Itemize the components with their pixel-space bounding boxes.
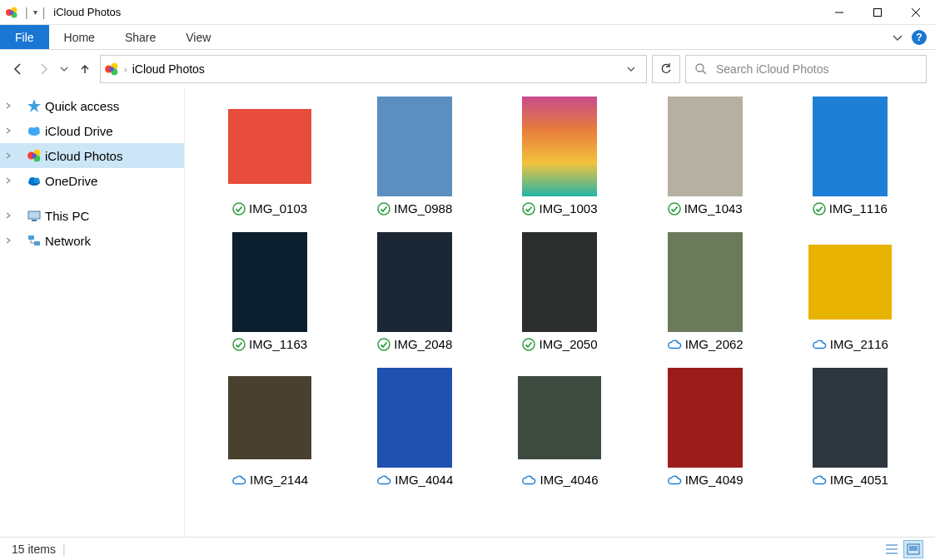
thumbnail-image — [228, 376, 311, 459]
quick-access-dropdown-icon[interactable]: ▾ — [33, 7, 37, 17]
file-name: IMG_4049 — [685, 473, 744, 487]
nav-back-button[interactable] — [8, 59, 28, 79]
file-name: IMG_0103 — [249, 201, 307, 216]
file-item[interactable]: IMG_0988 — [346, 97, 483, 216]
synced-icon — [232, 202, 246, 216]
file-name: IMG_1116 — [829, 201, 888, 216]
file-item[interactable]: IMG_4049 — [637, 368, 773, 487]
sidebar-item-quick-access[interactable]: Quick access — [0, 93, 184, 118]
svg-rect-43 — [909, 546, 918, 551]
close-button[interactable] — [897, 0, 935, 25]
address-bar[interactable]: › iCloud Photos — [100, 55, 647, 83]
thumb-wrapper — [664, 232, 747, 332]
file-name: IMG_2062 — [685, 337, 744, 351]
chevron-right-icon[interactable] — [5, 102, 17, 109]
file-item[interactable]: IMG_2116 — [782, 232, 918, 351]
view-details-button[interactable] — [882, 540, 902, 558]
nav-recent-dropdown[interactable] — [58, 59, 70, 79]
file-name: IMG_2116 — [830, 337, 888, 351]
content-area[interactable]: IMG_0103IMG_0988IMG_1003IMG_1043IMG_1116… — [185, 88, 935, 537]
svg-point-37 — [378, 339, 390, 350]
chevron-right-icon[interactable] — [5, 127, 17, 134]
chevron-right-icon[interactable] — [5, 237, 17, 244]
file-item[interactable]: IMG_4051 — [782, 368, 918, 487]
thumbnail-image — [668, 368, 743, 468]
thumb-wrapper — [518, 368, 601, 468]
refresh-button[interactable] — [652, 55, 680, 83]
sidebar-item-onedrive[interactable]: OneDrive — [0, 168, 184, 193]
thumbnail-image — [813, 97, 888, 196]
chevron-right-icon[interactable] — [5, 152, 17, 159]
title-sep: | — [25, 6, 28, 19]
title-bar: | ▾ | iCloud Photos — [0, 0, 935, 25]
nav-forward-button[interactable] — [33, 59, 53, 79]
tab-home[interactable]: Home — [49, 25, 110, 49]
sidebar-item-icloud-photos[interactable]: iCloud Photos — [0, 143, 184, 168]
file-item[interactable]: IMG_2048 — [346, 232, 483, 351]
minimize-button[interactable] — [820, 0, 858, 25]
svg-rect-25 — [28, 211, 40, 219]
file-item[interactable]: IMG_2062 — [637, 232, 773, 351]
file-name: IMG_4051 — [830, 473, 888, 487]
sidebar-item-icloud-drive[interactable]: iCloud Drive — [0, 118, 184, 143]
chevron-right-icon[interactable] — [5, 177, 17, 184]
file-item[interactable]: IMG_1116 — [782, 97, 918, 216]
help-button[interactable]: ? — [912, 30, 927, 45]
tab-file[interactable]: File — [0, 25, 49, 49]
search-input[interactable] — [716, 62, 918, 76]
address-dropdown-icon[interactable] — [619, 64, 643, 74]
file-item[interactable]: IMG_2144 — [201, 368, 338, 487]
thumb-wrapper — [228, 97, 311, 196]
svg-point-31 — [233, 203, 245, 215]
ribbon-expand-icon[interactable] — [892, 32, 903, 43]
file-item[interactable]: IMG_4046 — [491, 368, 628, 487]
svg-point-32 — [378, 203, 390, 215]
file-item[interactable]: IMG_2050 — [491, 232, 628, 351]
svg-rect-27 — [28, 235, 34, 240]
file-item[interactable]: IMG_4044 — [346, 368, 483, 487]
sidebar-item-this-pc[interactable]: This PC — [0, 203, 184, 228]
sidebar-item-label: Network — [45, 234, 91, 248]
nav-up-button[interactable] — [75, 59, 95, 79]
synced-icon — [813, 202, 826, 216]
svg-line-13 — [703, 71, 706, 74]
file-item[interactable]: IMG_0103 — [201, 97, 338, 216]
tab-view[interactable]: View — [171, 25, 226, 49]
thumb-wrapper — [808, 232, 892, 332]
svg-point-21 — [32, 153, 37, 158]
svg-point-11 — [109, 67, 114, 72]
svg-point-35 — [813, 203, 825, 215]
file-item[interactable]: IMG_1003 — [491, 97, 628, 216]
file-name: IMG_0988 — [394, 201, 452, 216]
network-icon — [27, 233, 42, 248]
file-item[interactable]: IMG_1043 — [637, 97, 773, 216]
thumb-wrapper — [373, 232, 456, 332]
tab-share[interactable]: Share — [110, 25, 171, 49]
svg-rect-5 — [874, 8, 882, 16]
file-item[interactable]: IMG_1163 — [201, 232, 338, 351]
chevron-right-icon[interactable] — [5, 212, 17, 219]
breadcrumb-icon — [104, 62, 119, 77]
cloud-icon — [667, 474, 682, 486]
thumb-wrapper — [808, 97, 892, 196]
synced-icon — [232, 338, 246, 351]
breadcrumb-current[interactable]: iCloud Photos — [132, 62, 205, 76]
chevron-right-icon: › — [124, 64, 127, 74]
sidebar-item-label: iCloud Drive — [45, 124, 113, 138]
sidebar-item-label: This PC — [45, 209, 89, 223]
svg-point-34 — [669, 203, 680, 215]
sidebar-item-label: OneDrive — [45, 174, 97, 188]
status-bar: 15 items | — [0, 537, 935, 560]
view-thumbnails-button[interactable] — [903, 540, 923, 558]
thumbnail-image — [522, 97, 597, 196]
sidebar-item-network[interactable]: Network — [0, 228, 184, 253]
cloud-icon — [812, 339, 827, 350]
onedrive-icon — [27, 173, 42, 188]
maximize-button[interactable] — [858, 0, 897, 25]
search-box[interactable] — [685, 55, 927, 83]
thumb-wrapper — [228, 232, 311, 332]
cloud-icon — [231, 474, 246, 486]
thumb-wrapper — [664, 97, 747, 196]
thumb-wrapper — [228, 368, 311, 468]
file-name: IMG_1163 — [249, 337, 307, 351]
